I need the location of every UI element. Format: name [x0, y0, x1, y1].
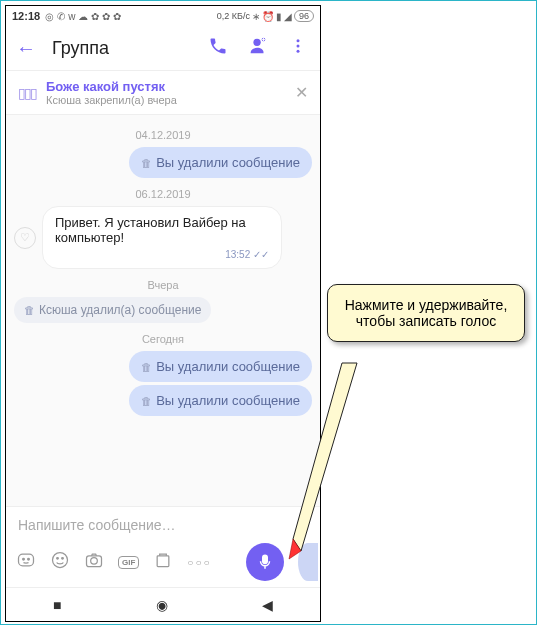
sync1-icon: ✿ [91, 11, 99, 22]
gif-button[interactable]: GIF [118, 556, 139, 569]
svg-point-4 [297, 50, 300, 53]
cloud-icon: ☁ [78, 11, 88, 22]
whatsapp-icon: ✆ [57, 11, 65, 22]
back-button[interactable]: ← [16, 37, 36, 60]
pinned-content: Боже какой пустяк Ксюша закрепил(а) вчер… [46, 79, 285, 106]
sticker-button[interactable] [16, 550, 36, 575]
home-button[interactable]: ◉ [156, 597, 168, 613]
status-right: 0,2 КБ/с ∗ ⏰ ▮ ◢ 96 [217, 10, 314, 22]
svg-point-9 [57, 557, 59, 559]
call-button[interactable] [206, 36, 230, 60]
svg-rect-14 [263, 555, 268, 563]
back-nav-button[interactable]: ◀ [262, 597, 273, 613]
data-rate: 0,2 КБ/с [217, 11, 250, 21]
deleted-message-bubble[interactable]: 🗑Вы удалили сообщение [129, 147, 312, 178]
camera-button[interactable] [84, 550, 104, 575]
chat-header: ← Группа [6, 26, 320, 70]
svg-point-2 [297, 39, 300, 42]
emoji-button[interactable] [50, 550, 70, 575]
input-bar: Напишите сообщение… GIF ○○○ [6, 506, 320, 587]
sync2-icon: ✿ [102, 11, 110, 22]
message-text: Привет. Я установил Вайбер на компьютер! [55, 215, 246, 245]
status-left: 12:18 ◎ ✆ w ☁ ✿ ✿ ✿ [12, 10, 121, 22]
svg-point-7 [28, 558, 30, 560]
svg-rect-5 [19, 554, 34, 566]
message-time: 13:52 ✓✓ [55, 249, 269, 260]
recent-apps-button[interactable]: ■ [53, 597, 61, 613]
messages-area[interactable]: 04.12.2019 🗑Вы удалили сообщение 06.12.2… [6, 115, 320, 506]
message-input[interactable]: Напишите сообщение… [14, 513, 312, 541]
pinned-title: Боже какой пустяк [46, 79, 285, 94]
svg-point-8 [53, 552, 68, 567]
gallery-button[interactable] [153, 550, 173, 575]
phone-frame: 12:18 ◎ ✆ w ☁ ✿ ✿ ✿ 0,2 КБ/с ∗ ⏰ ▮ ◢ 96 … [5, 5, 321, 622]
date-separator: Сегодня [14, 333, 312, 345]
trash-icon: 🗑 [141, 395, 152, 407]
more-button[interactable]: ○○○ [187, 557, 211, 568]
deleted-message-bubble[interactable]: 🗑Вы удалили сообщение [129, 351, 312, 382]
incoming-message-bubble[interactable]: Привет. Я установил Вайбер на компьютер!… [42, 206, 282, 269]
audio-wave-icon: ▯▯▯ [18, 85, 36, 101]
trash-icon: 🗑 [141, 157, 152, 169]
bluetooth-icon: ∗ [252, 11, 260, 22]
wifi-icon: ◢ [284, 11, 292, 22]
android-nav-bar: ■ ◉ ◀ [6, 587, 320, 621]
trash-icon: 🗑 [141, 361, 152, 373]
svg-point-3 [297, 45, 300, 48]
svg-point-0 [253, 39, 260, 46]
instagram-icon: ◎ [45, 11, 54, 22]
tooltip-pointer-icon [287, 363, 367, 563]
deleted-message-bubble[interactable]: 🗑Вы удалили сообщение [129, 385, 312, 416]
status-time: 12:18 [12, 10, 40, 22]
chat-title[interactable]: Группа [52, 38, 190, 59]
svg-point-12 [91, 557, 98, 564]
pinned-message[interactable]: ▯▯▯ Боже какой пустяк Ксюша закрепил(а) … [6, 70, 320, 115]
like-button[interactable]: ♡ [14, 227, 36, 249]
tooltip-text: Нажмите и удерживайте, чтобы записать го… [345, 297, 508, 329]
input-toolbar: GIF ○○○ [14, 541, 312, 583]
svg-point-6 [23, 558, 25, 560]
alarm-icon: ⏰ [262, 11, 274, 22]
vk-icon: w [68, 11, 75, 22]
battery-level: 96 [294, 10, 314, 22]
svg-rect-13 [158, 555, 170, 566]
pinned-subtitle: Ксюша закрепил(а) вчера [46, 94, 285, 106]
close-pinned-button[interactable]: ✕ [295, 83, 308, 102]
menu-button[interactable] [286, 37, 310, 59]
svg-marker-15 [293, 363, 357, 551]
trash-icon: 🗑 [24, 304, 35, 316]
hint-tooltip: Нажмите и удерживайте, чтобы записать го… [327, 284, 525, 342]
mic-button[interactable] [246, 543, 284, 581]
svg-point-10 [62, 557, 64, 559]
other-deleted-bubble[interactable]: 🗑Ксюша удалил(а) сообщение [14, 297, 211, 323]
add-person-button[interactable] [246, 35, 270, 61]
date-separator: 06.12.2019 [14, 188, 312, 200]
signal-icon: ▮ [276, 11, 282, 22]
date-separator: Вчера [14, 279, 312, 291]
status-bar: 12:18 ◎ ✆ w ☁ ✿ ✿ ✿ 0,2 КБ/с ∗ ⏰ ▮ ◢ 96 [6, 6, 320, 26]
sync3-icon: ✿ [113, 11, 121, 22]
date-separator: 04.12.2019 [14, 129, 312, 141]
